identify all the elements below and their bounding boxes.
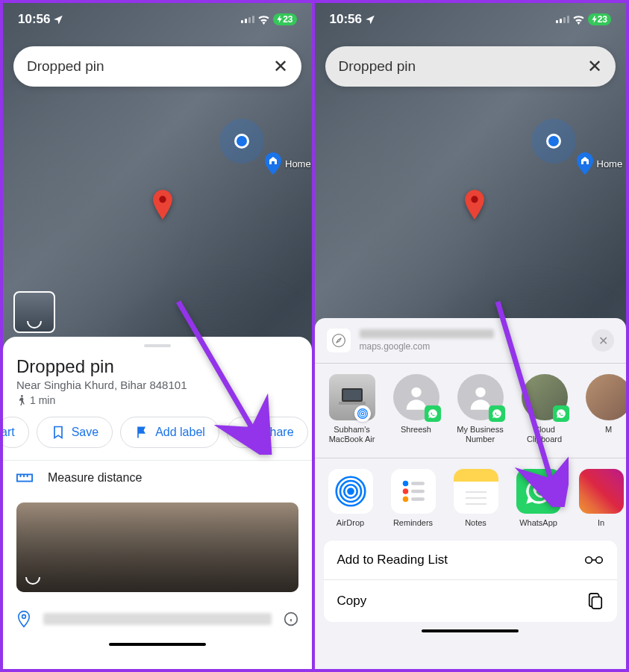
share-icon	[241, 425, 256, 440]
cellular-signal-icon	[556, 16, 569, 23]
location-arrow-icon	[53, 14, 63, 25]
svg-rect-30	[592, 597, 601, 609]
wifi-icon	[572, 15, 585, 25]
add-reading-list-action[interactable]: Add to Reading List	[324, 541, 618, 580]
svg-rect-8	[343, 390, 361, 400]
bookmark-icon	[51, 425, 66, 440]
streetview-icon	[25, 577, 40, 585]
instagram-icon	[579, 469, 624, 514]
flag-icon	[134, 425, 149, 440]
home-marker[interactable]: Home	[264, 152, 311, 175]
home-marker[interactable]: Home	[576, 152, 623, 175]
airdrop-contacts-row: Subham's MacBook Air Shreesh	[315, 374, 627, 458]
avatar	[457, 374, 504, 420]
status-bar: 10:56 23	[315, 3, 627, 36]
current-location-dot	[546, 134, 561, 149]
whatsapp-icon	[516, 469, 561, 514]
status-bar: 10:56 23	[3, 3, 312, 36]
avatar	[393, 374, 439, 420]
svg-point-6	[332, 335, 345, 347]
svg-point-3	[22, 615, 26, 618]
svg-point-1	[21, 395, 23, 397]
streetview-icon	[27, 321, 42, 329]
svg-point-19	[402, 481, 408, 487]
sheet-subtitle: Near Singhia Khurd, Bihar 848101	[3, 377, 312, 391]
status-time: 10:56	[18, 12, 50, 27]
street-view-thumbnail[interactable]	[13, 291, 55, 333]
share-close-button[interactable]: ✕	[592, 329, 614, 352]
contact-item[interactable]: Cloud Clipboard	[519, 374, 570, 444]
info-sheet[interactable]: Dropped pin Near Singhia Khurd, Bihar 84…	[3, 337, 312, 669]
svg-rect-23	[411, 490, 425, 494]
macbook-icon	[329, 374, 375, 420]
home-pin-icon	[576, 152, 594, 175]
svg-point-11	[359, 411, 365, 417]
svg-rect-24	[411, 498, 425, 502]
battery-indicator: 23	[588, 13, 611, 25]
phone-right: 10:56 23 Dropped pin ✕ Home	[315, 3, 627, 669]
share-button[interactable]: Share	[227, 417, 308, 448]
walk-icon	[16, 395, 25, 405]
whatsapp-badge-icon	[553, 405, 569, 422]
home-indicator[interactable]	[109, 643, 206, 646]
svg-point-5	[471, 196, 478, 202]
home-pin-icon	[264, 152, 282, 175]
address-row[interactable]	[3, 600, 312, 638]
ios-share-sheet[interactable]: maps.google.com ✕ Subham's MacBook Air	[315, 318, 627, 669]
home-label-text: Home	[285, 158, 311, 169]
app-reminders[interactable]: Reminders	[389, 469, 437, 527]
address-blurred	[43, 613, 272, 625]
svg-point-0	[159, 196, 166, 202]
home-label-text: Home	[597, 158, 623, 169]
app-notes[interactable]: Notes	[452, 469, 500, 527]
search-text: Dropped pin	[27, 58, 273, 75]
ruler-icon	[16, 472, 33, 484]
svg-point-20	[402, 489, 408, 495]
contact-item[interactable]: Subham's MacBook Air	[327, 374, 378, 444]
add-label-button[interactable]: Add label	[120, 417, 219, 448]
dropped-pin-marker[interactable]	[464, 190, 485, 220]
close-icon[interactable]: ✕	[587, 56, 602, 77]
search-bar[interactable]: Dropped pin ✕	[325, 46, 616, 87]
svg-point-15	[348, 489, 353, 494]
app-airdrop[interactable]: AirDrop	[327, 469, 375, 527]
svg-rect-22	[411, 482, 425, 486]
share-title-blurred	[360, 329, 494, 338]
whatsapp-badge-icon	[489, 405, 505, 422]
svg-point-21	[402, 497, 408, 503]
whatsapp-badge-icon	[425, 405, 441, 422]
app-instagram[interactable]: In	[578, 469, 625, 527]
safari-icon	[327, 329, 351, 352]
home-indicator[interactable]	[422, 629, 519, 632]
contact-item[interactable]: M	[583, 374, 627, 444]
street-view-preview[interactable]	[16, 503, 298, 592]
sheet-drag-handle[interactable]	[144, 344, 171, 347]
svg-point-28	[586, 557, 592, 564]
svg-rect-9	[339, 402, 366, 405]
airdrop-badge-icon	[354, 405, 371, 422]
save-button[interactable]: Save	[37, 417, 113, 448]
close-icon[interactable]: ✕	[273, 56, 288, 77]
contact-item[interactable]: My Business Number	[455, 374, 506, 444]
info-icon[interactable]	[284, 612, 298, 626]
search-text: Dropped pin	[339, 58, 588, 75]
svg-point-13	[411, 388, 421, 397]
battery-indicator: 23	[273, 13, 296, 25]
current-location-dot	[234, 134, 249, 149]
copy-action[interactable]: Copy	[324, 580, 618, 622]
phone-left: 10:56 23 Dropped pin ✕ Home	[3, 3, 315, 669]
status-time: 10:56	[330, 12, 362, 27]
start-button[interactable]: art	[3, 417, 29, 448]
svg-point-29	[596, 557, 603, 564]
share-actions-list: Add to Reading List Copy	[324, 541, 618, 622]
measure-distance-row[interactable]: Measure distance	[3, 460, 312, 495]
pin-outline-icon	[16, 610, 31, 628]
svg-point-10	[361, 412, 364, 415]
location-arrow-icon	[365, 14, 375, 25]
walk-time: 1 min	[30, 394, 55, 406]
search-bar[interactable]: Dropped pin ✕	[13, 46, 301, 87]
avatar	[586, 374, 627, 420]
dropped-pin-marker[interactable]	[152, 190, 173, 220]
contact-item[interactable]: Shreesh	[391, 374, 442, 444]
app-whatsapp[interactable]: WhatsApp	[515, 469, 563, 527]
